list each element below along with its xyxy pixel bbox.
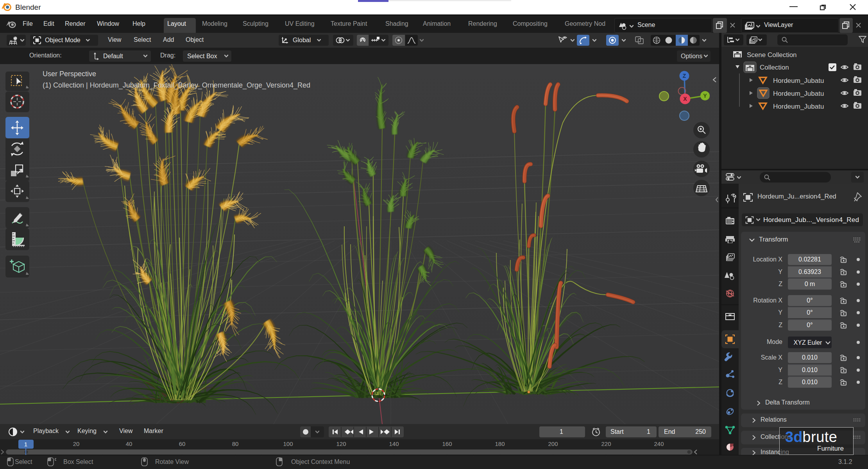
svg-text:Hordeum_Jubatu: Hordeum_Jubatu <box>773 77 824 84</box>
svg-text:220: 220 <box>601 440 611 447</box>
svg-text:80: 80 <box>232 440 239 447</box>
svg-text:Location X: Location X <box>753 256 782 263</box>
svg-text:20: 20 <box>73 440 80 447</box>
svg-text:Y: Y <box>778 269 782 275</box>
svg-text:Y: Y <box>778 367 782 373</box>
svg-text:Z: Z <box>779 281 782 287</box>
svg-text:Rotation X: Rotation X <box>753 297 782 304</box>
svg-text:0 m: 0 m <box>805 281 815 287</box>
svg-text:Scale X: Scale X <box>761 354 782 361</box>
svg-text:0.010: 0.010 <box>802 367 818 373</box>
svg-text:Y: Y <box>703 93 707 99</box>
svg-text:Hordeum_Jubatu: Hordeum_Jubatu <box>773 103 824 110</box>
svg-text:40: 40 <box>126 440 132 447</box>
svg-text:180: 180 <box>495 440 505 447</box>
svg-text:Y: Y <box>778 309 782 316</box>
svg-text:Z: Z <box>779 379 782 385</box>
svg-text:Z: Z <box>779 322 782 328</box>
svg-text:XYZ Euler: XYZ Euler <box>794 339 823 346</box>
svg-text:0°: 0° <box>807 297 813 304</box>
svg-text:0.010: 0.010 <box>802 354 818 361</box>
svg-text:160: 160 <box>442 440 452 447</box>
svg-text:60: 60 <box>179 440 186 447</box>
svg-text:200: 200 <box>548 440 558 447</box>
svg-text:1: 1 <box>24 441 27 448</box>
svg-text:0°: 0° <box>807 309 813 316</box>
svg-text:Z: Z <box>683 73 686 79</box>
svg-text:0°: 0° <box>807 322 813 328</box>
svg-text:Hordeum_Jubatu: Hordeum_Jubatu <box>773 90 824 97</box>
svg-text:Mode: Mode <box>767 338 782 345</box>
svg-text:240: 240 <box>654 440 664 447</box>
svg-text:X: X <box>683 96 687 102</box>
svg-text:120: 120 <box>336 440 346 447</box>
svg-text:0.02281: 0.02281 <box>798 256 821 263</box>
svg-text:100: 100 <box>283 440 293 447</box>
svg-text:140: 140 <box>389 440 399 447</box>
svg-text:Scene Collection: Scene Collection <box>747 51 797 59</box>
svg-text:0.63923: 0.63923 <box>798 269 821 275</box>
svg-text:Collection: Collection <box>760 64 789 71</box>
svg-text:0.010: 0.010 <box>802 379 818 385</box>
